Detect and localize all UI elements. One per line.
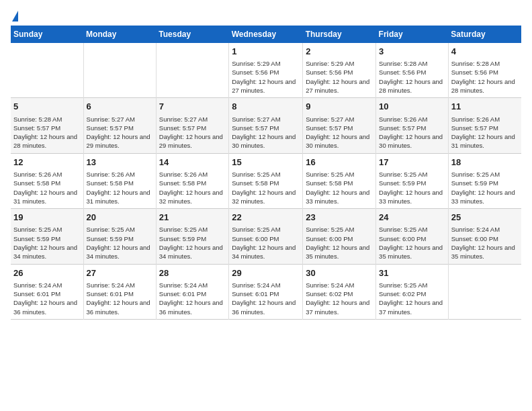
day-number: 12 [13,156,81,169]
day-number: 14 [159,156,226,169]
day-number: 26 [13,267,81,279]
day-info: Sunrise: 5:27 AM Sunset: 5:57 PM Dayligh… [232,115,300,150]
day-number: 30 [306,267,373,279]
day-number: 28 [159,267,226,279]
calendar-cell: 11Sunrise: 5:26 AM Sunset: 5:57 PM Dayli… [448,98,521,153]
day-info: Sunrise: 5:25 AM Sunset: 5:58 PM Dayligh… [232,170,300,205]
calendar-cell: 21Sunrise: 5:25 AM Sunset: 5:59 PM Dayli… [156,209,228,264]
day-number: 20 [87,212,153,224]
day-number: 25 [451,212,519,224]
calendar-cell: 25Sunrise: 5:24 AM Sunset: 6:00 PM Dayli… [448,209,521,264]
day-info: Sunrise: 5:25 AM Sunset: 6:02 PM Dayligh… [379,281,445,316]
day-number: 29 [232,267,300,279]
header-wednesday: Wednesday [229,26,303,43]
day-info: Sunrise: 5:26 AM Sunset: 5:58 PM Dayligh… [159,170,226,205]
day-info: Sunrise: 5:29 AM Sunset: 5:56 PM Dayligh… [232,59,300,95]
calendar-cell: 29Sunrise: 5:24 AM Sunset: 6:01 PM Dayli… [229,264,303,319]
calendar-cell: 1Sunrise: 5:29 AM Sunset: 5:56 PM Daylig… [229,43,303,98]
calendar-cell: 28Sunrise: 5:24 AM Sunset: 6:01 PM Dayli… [156,264,228,319]
day-number: 15 [232,156,300,169]
header-monday: Monday [83,26,156,43]
day-info: Sunrise: 5:28 AM Sunset: 5:56 PM Dayligh… [451,59,519,95]
day-number: 18 [451,156,519,169]
day-number: 11 [451,101,519,113]
day-number: 5 [13,101,81,113]
day-number: 22 [232,212,300,224]
calendar-cell: 6Sunrise: 5:27 AM Sunset: 5:57 PM Daylig… [83,98,156,153]
calendar-week-row: 5Sunrise: 5:28 AM Sunset: 5:57 PM Daylig… [11,98,521,153]
page-header [11,11,521,20]
day-number: 1 [232,46,300,58]
header-thursday: Thursday [303,26,376,43]
calendar-cell: 14Sunrise: 5:26 AM Sunset: 5:58 PM Dayli… [156,153,228,208]
calendar-cell: 15Sunrise: 5:25 AM Sunset: 5:58 PM Dayli… [229,153,303,208]
day-info: Sunrise: 5:24 AM Sunset: 6:01 PM Dayligh… [13,281,81,316]
header-sunday: Sunday [11,26,83,43]
day-info: Sunrise: 5:28 AM Sunset: 5:57 PM Dayligh… [13,115,81,150]
calendar-cell: 31Sunrise: 5:25 AM Sunset: 6:02 PM Dayli… [376,264,449,319]
header-saturday: Saturday [448,26,521,43]
day-info: Sunrise: 5:25 AM Sunset: 6:00 PM Dayligh… [379,225,445,261]
day-number: 24 [379,212,445,224]
calendar-cell: 27Sunrise: 5:24 AM Sunset: 6:01 PM Dayli… [83,264,156,319]
calendar-cell: 3Sunrise: 5:28 AM Sunset: 5:56 PM Daylig… [376,43,449,98]
header-tuesday: Tuesday [156,26,228,43]
calendar-cell [156,43,228,98]
calendar-week-row: 1Sunrise: 5:29 AM Sunset: 5:56 PM Daylig… [11,43,521,98]
day-info: Sunrise: 5:24 AM Sunset: 6:00 PM Dayligh… [451,225,519,261]
calendar-cell: 18Sunrise: 5:25 AM Sunset: 5:59 PM Dayli… [448,153,521,208]
logo-triangle-icon [12,11,18,21]
day-info: Sunrise: 5:27 AM Sunset: 5:57 PM Dayligh… [306,115,373,150]
day-number: 27 [87,267,153,279]
calendar-cell [11,43,83,98]
calendar-cell: 5Sunrise: 5:28 AM Sunset: 5:57 PM Daylig… [11,98,83,153]
day-info: Sunrise: 5:27 AM Sunset: 5:57 PM Dayligh… [87,115,153,150]
calendar-cell: 2Sunrise: 5:29 AM Sunset: 5:56 PM Daylig… [303,43,376,98]
day-number: 16 [306,156,373,169]
day-info: Sunrise: 5:25 AM Sunset: 5:58 PM Dayligh… [306,170,373,205]
calendar-week-row: 26Sunrise: 5:24 AM Sunset: 6:01 PM Dayli… [11,264,521,319]
calendar-cell [83,43,156,98]
day-info: Sunrise: 5:25 AM Sunset: 5:59 PM Dayligh… [159,225,226,261]
day-info: Sunrise: 5:29 AM Sunset: 5:56 PM Dayligh… [306,59,373,95]
day-info: Sunrise: 5:26 AM Sunset: 5:57 PM Dayligh… [379,115,445,150]
calendar-cell: 24Sunrise: 5:25 AM Sunset: 6:00 PM Dayli… [376,209,449,264]
calendar-cell: 12Sunrise: 5:26 AM Sunset: 5:58 PM Dayli… [11,153,83,208]
calendar-cell: 8Sunrise: 5:27 AM Sunset: 5:57 PM Daylig… [229,98,303,153]
calendar-cell: 20Sunrise: 5:25 AM Sunset: 5:59 PM Dayli… [83,209,156,264]
day-info: Sunrise: 5:24 AM Sunset: 6:01 PM Dayligh… [159,281,226,316]
calendar-cell: 9Sunrise: 5:27 AM Sunset: 5:57 PM Daylig… [303,98,376,153]
calendar-cell: 4Sunrise: 5:28 AM Sunset: 5:56 PM Daylig… [448,43,521,98]
calendar-cell [448,264,521,319]
calendar-cell: 30Sunrise: 5:24 AM Sunset: 6:02 PM Dayli… [303,264,376,319]
day-info: Sunrise: 5:25 AM Sunset: 6:00 PM Dayligh… [306,225,373,261]
logo [11,11,18,20]
calendar-week-row: 19Sunrise: 5:25 AM Sunset: 5:59 PM Dayli… [11,209,521,264]
calendar-cell: 23Sunrise: 5:25 AM Sunset: 6:00 PM Dayli… [303,209,376,264]
day-info: Sunrise: 5:24 AM Sunset: 6:01 PM Dayligh… [232,281,300,316]
day-number: 4 [451,46,519,58]
calendar-cell: 19Sunrise: 5:25 AM Sunset: 5:59 PM Dayli… [11,209,83,264]
day-info: Sunrise: 5:24 AM Sunset: 6:02 PM Dayligh… [306,281,373,316]
day-number: 21 [159,212,226,224]
day-number: 9 [306,101,373,113]
calendar-cell: 16Sunrise: 5:25 AM Sunset: 5:58 PM Dayli… [303,153,376,208]
header-friday: Friday [376,26,449,43]
day-number: 23 [306,212,373,224]
day-info: Sunrise: 5:26 AM Sunset: 5:57 PM Dayligh… [451,115,519,150]
calendar-cell: 22Sunrise: 5:25 AM Sunset: 6:00 PM Dayli… [229,209,303,264]
day-number: 6 [87,101,153,113]
day-number: 7 [159,101,226,113]
day-number: 2 [306,46,373,58]
calendar-cell: 7Sunrise: 5:27 AM Sunset: 5:57 PM Daylig… [156,98,228,153]
calendar-table: SundayMondayTuesdayWednesdayThursdayFrid… [11,26,521,320]
day-number: 8 [232,101,300,113]
day-info: Sunrise: 5:25 AM Sunset: 6:00 PM Dayligh… [232,225,300,261]
day-info: Sunrise: 5:26 AM Sunset: 5:58 PM Dayligh… [13,170,81,205]
day-info: Sunrise: 5:25 AM Sunset: 5:59 PM Dayligh… [13,225,81,261]
calendar-cell: 13Sunrise: 5:26 AM Sunset: 5:58 PM Dayli… [83,153,156,208]
day-number: 3 [379,46,445,58]
day-info: Sunrise: 5:25 AM Sunset: 5:59 PM Dayligh… [451,170,519,205]
day-number: 31 [379,267,445,279]
calendar-week-row: 12Sunrise: 5:26 AM Sunset: 5:58 PM Dayli… [11,153,521,208]
